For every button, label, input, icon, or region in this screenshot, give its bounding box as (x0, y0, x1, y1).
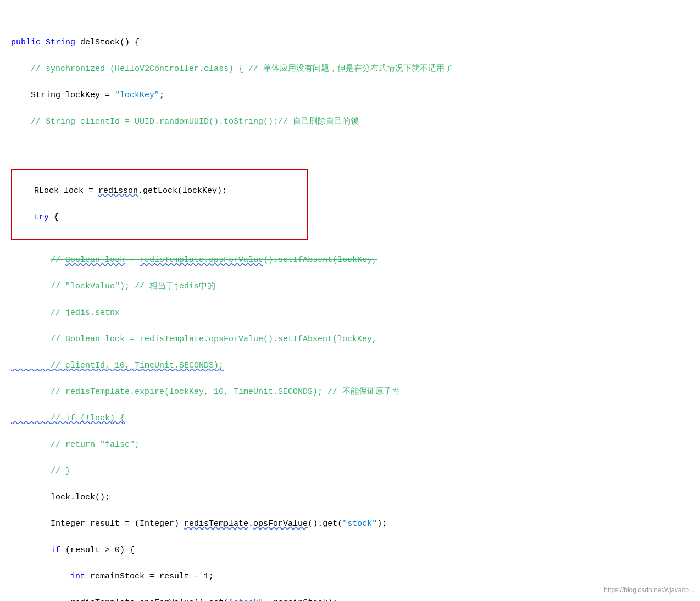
line-2: // synchronized (HelloV2Controller.class… (11, 63, 689, 76)
line-13: // if (!lock) { (11, 412, 689, 425)
line-17: Integer result = (Integer) redisTemplate… (11, 517, 689, 531)
line-11: // clientId, 10, TimeUnit.SECONDS); (11, 359, 689, 372)
line-15: // } (11, 465, 689, 478)
line-1: public String delStock() { (11, 36, 689, 49)
line-18: if (result > 0) { (11, 544, 689, 557)
code-editor: public String delStock() { // synchroniz… (0, 5, 700, 601)
red-box-rlock: RLock lock = redisson.getLock(lockKey); … (11, 169, 308, 240)
line-4: // String clientId = UUID.randomUUID().t… (11, 115, 689, 129)
line-6: try { (14, 211, 302, 224)
line-16: lock.lock(); (11, 491, 689, 504)
line-9: // jedis.setnx (11, 307, 689, 320)
line-8: // "lockValue"); // 相当于jedis中的 (11, 280, 689, 293)
watermark: https://blog.csdn.net/wjavarlo... (604, 585, 695, 596)
line-10: // Boolean lock = redisTemplate.opsForVa… (11, 333, 689, 346)
line-19: int remainStock = result - 1; (11, 570, 689, 583)
line-12: // redisTemplate.expire(lockKey, 10, Tim… (11, 386, 689, 399)
line-20: redisTemplate.opsForValue().set("stock",… (11, 597, 689, 601)
line-14: // return "false"; (11, 438, 689, 452)
line-5: RLock lock = redisson.getLock(lockKey); (14, 185, 302, 198)
line-3: String lockKey = "lockKey"; (11, 89, 689, 102)
line-7: // Boolean lock = redisTemplate.opsForVa… (11, 254, 689, 267)
